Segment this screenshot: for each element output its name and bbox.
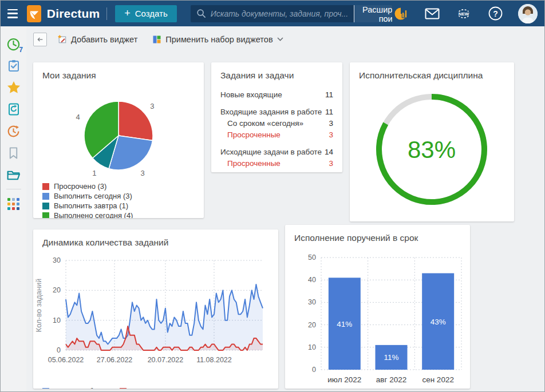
legend-label: Просрочено (3) <box>54 182 106 191</box>
hamburger-menu-icon[interactable] <box>7 9 18 18</box>
discipline-gauge-chart[interactable]: 83% <box>350 83 514 220</box>
new-badge-label: NEW <box>459 11 469 17</box>
legend-swatch <box>120 388 127 389</box>
legend-swatch <box>42 193 49 200</box>
sidebar-item-bookmarks[interactable] <box>1 142 26 164</box>
widget-title: Динамика количества заданий <box>33 229 278 248</box>
search-input[interactable]: Искать документы, задания, проч... <box>191 5 354 22</box>
svg-text:4: 4 <box>76 113 80 121</box>
svg-text:0: 0 <box>57 346 61 354</box>
legend-swatch <box>42 203 49 209</box>
legend-label: В т.ч. с нарушением срока <box>131 387 222 389</box>
summary-row-overdue[interactable]: Просроченные 3 <box>220 129 333 140</box>
discipline-percent: 83% <box>408 136 456 163</box>
sidebar-item-all-modules[interactable] <box>1 193 26 215</box>
help-icon[interactable]: ? <box>487 5 504 22</box>
row-value: 3 <box>329 130 333 139</box>
svg-text:20: 20 <box>308 321 316 329</box>
legend-item: В т.ч. с нарушением срока <box>120 386 222 389</box>
sidebar-item-favorites[interactable] <box>1 77 26 98</box>
apply-widget-set-button[interactable]: Применить набор виджетов <box>148 33 287 46</box>
svg-text:0: 0 <box>312 366 316 374</box>
row-value: 11 <box>325 90 333 99</box>
legend-item: Просрочено (3) <box>42 181 195 191</box>
mail-icon[interactable] <box>424 5 441 22</box>
sidebar-item-folders[interactable] <box>1 164 26 185</box>
add-widget-button[interactable]: Добавить виджет <box>53 32 142 46</box>
svg-text:авг 2022: авг 2022 <box>376 375 406 384</box>
document-refresh-icon <box>7 102 21 116</box>
topbar: Directum + Создать Искать документы, зад… <box>1 1 545 26</box>
widget-dynamics[interactable]: Динамика количества заданий 010203005.06… <box>33 229 278 389</box>
widget-orders[interactable]: Исполнение поручений в срок 010203040504… <box>285 225 470 389</box>
svg-text:Кол-во заданий: Кол-во заданий <box>34 279 43 332</box>
sidebar: 7 <box>1 26 26 392</box>
summary-row[interactable]: Новые входящие 11 <box>220 89 333 100</box>
my-tasks-pie-chart[interactable]: 3314 <box>33 81 204 177</box>
dashboard-toolbar: Добавить виджет Применить набор виджетов <box>26 26 545 52</box>
back-button[interactable] <box>33 33 47 46</box>
add-widget-label: Добавить виджет <box>71 35 137 44</box>
legend-label: Выполнено сегодня (4) <box>54 211 133 218</box>
row-label: Просроченные <box>227 159 281 168</box>
widget-title: Исполнительская дисциплина <box>350 62 514 81</box>
legend-item: Выполнить завтра (1) <box>42 201 195 211</box>
clock-icon <box>6 37 21 52</box>
summary-row[interactable]: Входящие задания в работе 11 <box>220 106 333 117</box>
sidebar-item-recent-documents[interactable] <box>1 98 26 120</box>
bookmark-icon <box>7 146 20 160</box>
chevron-down-icon <box>277 37 283 41</box>
row-value: 3 <box>329 159 333 168</box>
directum-logo-icon[interactable] <box>27 5 41 22</box>
orders-bar-chart[interactable]: 0102030405041%июл 202211%авг 202243%сен … <box>285 243 470 389</box>
row-value: 3 <box>329 119 333 128</box>
row-label: Входящие задания в работе <box>220 108 322 116</box>
topbar-icons: NEW ? <box>392 4 538 23</box>
logo-glyph <box>27 7 40 20</box>
widget-title: Задания и задачи <box>211 62 342 81</box>
my-tasks-legend: Просрочено (3) Выполнить сегодня (3) Вып… <box>33 181 204 218</box>
svg-text:10: 10 <box>53 316 61 324</box>
svg-text:3: 3 <box>141 169 145 177</box>
whats-new-icon[interactable]: NEW <box>455 5 472 22</box>
statistics-icon[interactable] <box>392 5 409 22</box>
sidebar-item-assignments[interactable] <box>1 55 26 77</box>
svg-text:40: 40 <box>308 276 316 284</box>
svg-text:июл 2022: июл 2022 <box>327 375 361 384</box>
svg-text:20: 20 <box>53 286 61 294</box>
summary-row-overdue[interactable]: Просроченные 3 <box>220 157 333 169</box>
legend-item: Выполнить сегодня (3) <box>42 191 195 201</box>
history-clock-icon <box>6 124 21 138</box>
user-avatar[interactable] <box>518 4 538 23</box>
svg-text:27.06.2022: 27.06.2022 <box>97 356 133 364</box>
sidebar-item-history[interactable] <box>1 120 26 142</box>
row-label: Со сроком «сегодня» <box>227 119 303 128</box>
back-arrow-icon <box>37 36 43 43</box>
summary-row[interactable]: Со сроком «сегодня» 3 <box>220 117 333 129</box>
widget-discipline[interactable]: Исполнительская дисциплина 83% <box>350 62 514 221</box>
topbar-divider <box>106 7 107 20</box>
star-icon <box>6 80 21 95</box>
sidebar-item-tasks[interactable]: 7 <box>1 33 26 55</box>
row-label: Новые входящие <box>220 90 282 99</box>
svg-text:11%: 11% <box>384 353 398 362</box>
folder-icon <box>6 168 21 182</box>
widget-my-tasks[interactable]: Мои задания 3314 Просрочено (3) Выполнит… <box>33 62 204 218</box>
legend-item: Выполнено сегодня (4) <box>42 211 195 218</box>
legend-swatch <box>42 212 49 219</box>
svg-text:43%: 43% <box>431 318 446 326</box>
summary-row[interactable]: Исходящие задачи в работе 14 <box>220 146 333 157</box>
search-placeholder: Искать документы, задания, проч... <box>211 9 348 18</box>
widget-tasks-summary[interactable]: Задания и задачи Новые входящие 11 Входя… <box>211 62 342 172</box>
app-window: Directum + Создать Искать документы, зад… <box>0 0 545 392</box>
create-button[interactable]: + Создать <box>115 5 177 22</box>
advanced-search-button[interactable]: Расширенный поиск <box>354 5 392 22</box>
summary-rows: Новые входящие 11 Входящие задания в раб… <box>211 89 342 169</box>
apps-grid-icon <box>7 198 19 210</box>
svg-text:30: 30 <box>53 256 61 264</box>
widget-set-icon <box>152 35 161 44</box>
dynamics-line-chart[interactable]: 010203005.06.202227.06.202220.07.202211.… <box>33 248 278 381</box>
legend-label: Было в работе <box>54 387 105 389</box>
row-value: 14 <box>325 148 333 156</box>
svg-text:20.07.2022: 20.07.2022 <box>148 356 184 364</box>
